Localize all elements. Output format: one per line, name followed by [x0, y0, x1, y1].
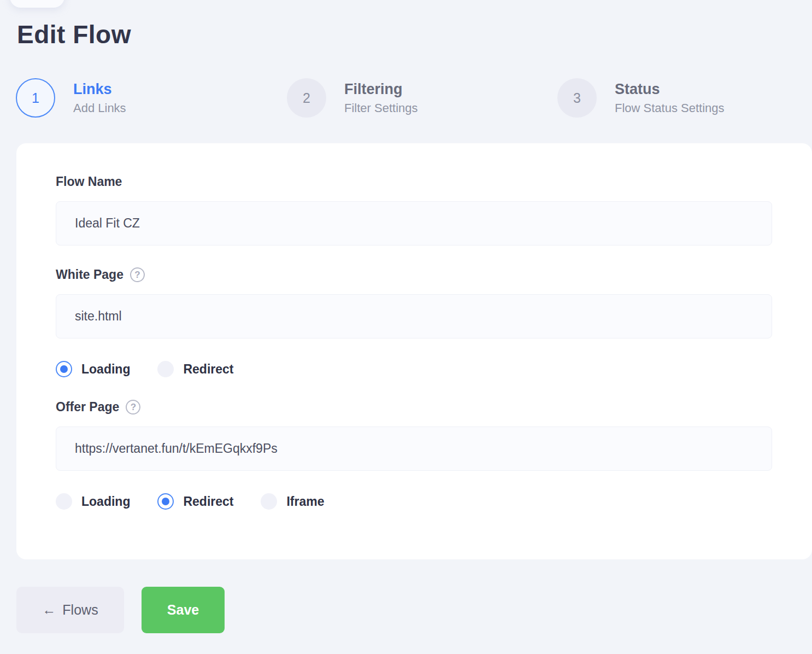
- white-page-loading-radio[interactable]: Loading: [56, 361, 130, 377]
- offer-page-iframe-radio[interactable]: Iframe: [261, 493, 324, 510]
- radio-circle[interactable]: [157, 493, 174, 510]
- offer-page-label: Offer Page ?: [56, 400, 773, 414]
- offer-page-input[interactable]: [56, 427, 772, 471]
- flow-name-label: Flow Name: [56, 174, 773, 189]
- save-button-label: Save: [167, 602, 199, 618]
- white-page-input[interactable]: [56, 294, 772, 338]
- save-button[interactable]: Save: [142, 587, 225, 633]
- question-circle-icon[interactable]: ?: [130, 267, 145, 282]
- white-page-label-text: White Page: [56, 267, 123, 282]
- white-page-mode-radio-group: Loading Redirect: [56, 360, 773, 378]
- partial-pill-decoration: [10, 0, 64, 8]
- footer-actions: ← Flows Save: [16, 587, 225, 633]
- step-number-badge: 2: [287, 78, 326, 118]
- radio-label: Iframe: [286, 494, 324, 509]
- step-status[interactable]: 3 Status Flow Status Settings: [557, 78, 725, 118]
- edit-flow-form-card: Flow Name White Page ? Loading Redirect …: [16, 143, 812, 559]
- step-links[interactable]: 1 Links Add Links: [16, 78, 126, 118]
- step-label: Filtering: [344, 80, 418, 99]
- step-filtering[interactable]: 2 Filtering Filter Settings: [287, 78, 418, 118]
- radio-circle[interactable]: [261, 493, 277, 510]
- offer-page-redirect-radio[interactable]: Redirect: [157, 493, 233, 510]
- step-number-badge: 3: [557, 78, 597, 118]
- page-title: Edit Flow: [17, 20, 131, 49]
- stepper: 1 Links Add Links 2 Filtering Filter Set…: [0, 78, 812, 119]
- radio-label: Loading: [81, 494, 130, 509]
- white-page-redirect-radio[interactable]: Redirect: [157, 361, 233, 377]
- flow-name-label-text: Flow Name: [56, 174, 122, 189]
- radio-circle[interactable]: [157, 361, 174, 377]
- radio-dot: [265, 498, 273, 505]
- radio-label: Redirect: [183, 494, 233, 509]
- back-to-flows-button[interactable]: ← Flows: [16, 587, 124, 633]
- step-sublabel: Add Links: [73, 101, 126, 115]
- radio-dot: [60, 365, 68, 373]
- radio-dot: [162, 498, 169, 505]
- offer-page-loading-radio[interactable]: Loading: [56, 493, 130, 510]
- radio-label: Loading: [81, 362, 130, 377]
- back-to-flows-label: Flows: [62, 602, 98, 618]
- step-label: Links: [73, 80, 126, 99]
- step-sublabel: Flow Status Settings: [615, 101, 725, 115]
- step-number-badge: 1: [16, 78, 55, 118]
- offer-page-label-text: Offer Page: [56, 400, 119, 414]
- white-page-label: White Page ?: [56, 267, 773, 282]
- left-arrow-icon: ←: [42, 602, 56, 618]
- radio-label: Redirect: [183, 362, 233, 377]
- step-label: Status: [615, 80, 725, 99]
- step-sublabel: Filter Settings: [344, 101, 418, 115]
- radio-dot: [162, 365, 169, 373]
- question-circle-icon[interactable]: ?: [126, 400, 140, 414]
- offer-page-mode-radio-group: Loading Redirect Iframe: [56, 493, 773, 510]
- radio-circle[interactable]: [56, 493, 72, 510]
- flow-name-input[interactable]: [56, 201, 772, 246]
- radio-circle[interactable]: [56, 361, 72, 377]
- radio-dot: [60, 498, 68, 505]
